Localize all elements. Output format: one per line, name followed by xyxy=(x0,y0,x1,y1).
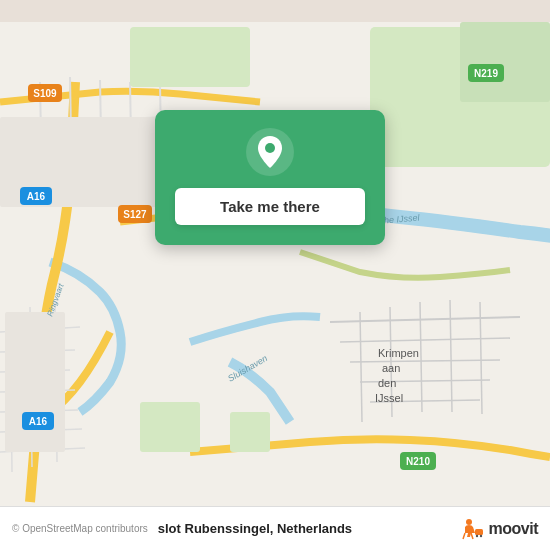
take-me-there-button[interactable]: Take me there xyxy=(175,188,365,225)
svg-point-62 xyxy=(475,534,477,536)
svg-rect-33 xyxy=(230,412,270,452)
moovit-brand-icon xyxy=(457,515,485,543)
attribution-text: © OpenStreetMap contributors xyxy=(12,523,148,534)
map-background: A16 A16 S109 S127 S127 N210 N219 Holland… xyxy=(0,0,550,550)
svg-text:A16: A16 xyxy=(29,416,48,427)
svg-rect-32 xyxy=(140,402,200,452)
popup-card: Take me there xyxy=(155,110,385,245)
svg-rect-34 xyxy=(5,312,65,452)
moovit-brand-text: moovit xyxy=(489,520,538,538)
svg-point-60 xyxy=(466,519,472,525)
svg-text:N210: N210 xyxy=(406,456,430,467)
svg-rect-61 xyxy=(475,529,483,535)
map-container: A16 A16 S109 S127 S127 N210 N219 Holland… xyxy=(0,0,550,550)
bottom-left-info: © OpenStreetMap contributors slot Rubens… xyxy=(12,521,352,536)
svg-text:A16: A16 xyxy=(27,191,46,202)
svg-text:IJssel: IJssel xyxy=(375,392,403,404)
svg-text:N219: N219 xyxy=(474,68,498,79)
location-pin-icon xyxy=(246,128,294,176)
svg-rect-31 xyxy=(130,27,250,87)
bottom-bar: © OpenStreetMap contributors slot Rubens… xyxy=(0,506,550,550)
svg-text:den: den xyxy=(378,377,396,389)
svg-text:Krimpen: Krimpen xyxy=(378,347,419,359)
location-name: slot Rubenssingel, Netherlands xyxy=(158,521,352,536)
svg-point-63 xyxy=(479,534,481,536)
moovit-logo: moovit xyxy=(457,515,538,543)
svg-text:S109: S109 xyxy=(33,88,57,99)
svg-rect-30 xyxy=(460,22,550,102)
svg-point-58 xyxy=(265,143,275,153)
svg-text:S127: S127 xyxy=(123,209,147,220)
svg-text:aan: aan xyxy=(382,362,400,374)
